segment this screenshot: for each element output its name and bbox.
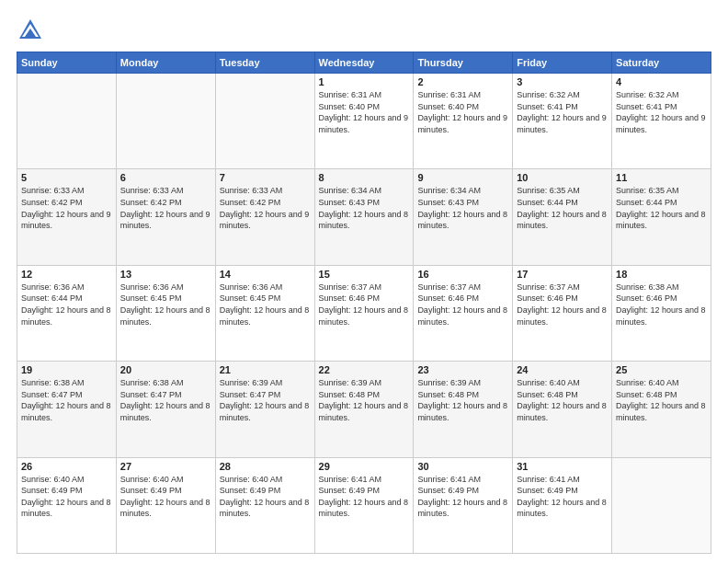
- day-info: Sunrise: 6:41 AM Sunset: 6:49 PM Dayligh…: [417, 474, 508, 520]
- day-number: 24: [517, 364, 608, 375]
- day-number: 1: [319, 76, 410, 87]
- day-number: 12: [21, 269, 112, 280]
- calendar-cell: 22Sunrise: 6:39 AM Sunset: 6:48 PM Dayli…: [314, 362, 414, 457]
- day-number: 29: [319, 461, 410, 472]
- day-number: 16: [417, 269, 508, 280]
- calendar-cell: 17Sunrise: 6:37 AM Sunset: 6:46 PM Dayli…: [513, 265, 612, 361]
- calendar-cell: 9Sunrise: 6:34 AM Sunset: 6:43 PM Daylig…: [414, 169, 513, 265]
- day-info: Sunrise: 6:40 AM Sunset: 6:49 PM Dayligh…: [220, 474, 311, 520]
- calendar-cell: 8Sunrise: 6:34 AM Sunset: 6:43 PM Daylig…: [314, 169, 414, 265]
- calendar-cell: 4Sunrise: 6:32 AM Sunset: 6:41 PM Daylig…: [612, 74, 711, 169]
- day-number: 25: [616, 364, 707, 375]
- day-number: 20: [120, 364, 211, 375]
- calendar-cell: 23Sunrise: 6:39 AM Sunset: 6:48 PM Dayli…: [414, 362, 513, 457]
- calendar-week-row: 5Sunrise: 6:33 AM Sunset: 6:42 PM Daylig…: [17, 169, 711, 265]
- calendar-cell: 1Sunrise: 6:31 AM Sunset: 6:40 PM Daylig…: [314, 74, 414, 169]
- day-header-thursday: Thursday: [414, 52, 513, 74]
- day-info: Sunrise: 6:40 AM Sunset: 6:48 PM Dayligh…: [517, 377, 608, 423]
- day-info: Sunrise: 6:36 AM Sunset: 6:45 PM Dayligh…: [220, 282, 311, 327]
- day-info: Sunrise: 6:33 AM Sunset: 6:42 PM Dayligh…: [120, 185, 211, 231]
- calendar-cell: 2Sunrise: 6:31 AM Sunset: 6:40 PM Daylig…: [414, 74, 513, 169]
- day-number: 28: [220, 461, 311, 472]
- calendar-cell: 5Sunrise: 6:33 AM Sunset: 6:42 PM Daylig…: [17, 169, 117, 265]
- day-number: 5: [21, 172, 112, 183]
- day-info: Sunrise: 6:38 AM Sunset: 6:47 PM Dayligh…: [21, 377, 112, 423]
- day-header-monday: Monday: [116, 52, 215, 74]
- day-info: Sunrise: 6:34 AM Sunset: 6:43 PM Dayligh…: [417, 185, 508, 231]
- calendar-table: SundayMondayTuesdayWednesdayThursdayFrid…: [17, 52, 711, 554]
- day-number: 7: [220, 172, 311, 183]
- day-info: Sunrise: 6:32 AM Sunset: 6:41 PM Dayligh…: [616, 89, 707, 135]
- calendar-cell: 18Sunrise: 6:38 AM Sunset: 6:46 PM Dayli…: [612, 265, 711, 361]
- calendar-cell: 11Sunrise: 6:35 AM Sunset: 6:44 PM Dayli…: [612, 169, 711, 265]
- day-info: Sunrise: 6:39 AM Sunset: 6:47 PM Dayligh…: [220, 377, 311, 423]
- day-number: 30: [417, 461, 508, 472]
- day-info: Sunrise: 6:33 AM Sunset: 6:42 PM Dayligh…: [220, 185, 311, 231]
- day-header-tuesday: Tuesday: [215, 52, 314, 74]
- calendar-cell: [17, 74, 117, 169]
- calendar-cell: 19Sunrise: 6:38 AM Sunset: 6:47 PM Dayli…: [17, 362, 117, 457]
- day-number: 17: [517, 269, 608, 280]
- day-info: Sunrise: 6:39 AM Sunset: 6:48 PM Dayligh…: [319, 377, 410, 423]
- day-number: 8: [319, 172, 410, 183]
- calendar-cell: 25Sunrise: 6:40 AM Sunset: 6:48 PM Dayli…: [612, 362, 711, 457]
- calendar-week-row: 1Sunrise: 6:31 AM Sunset: 6:40 PM Daylig…: [17, 74, 711, 169]
- day-info: Sunrise: 6:31 AM Sunset: 6:40 PM Dayligh…: [319, 89, 410, 135]
- calendar-cell: [612, 457, 711, 553]
- day-info: Sunrise: 6:35 AM Sunset: 6:44 PM Dayligh…: [616, 185, 707, 231]
- day-info: Sunrise: 6:40 AM Sunset: 6:49 PM Dayligh…: [120, 474, 211, 520]
- day-info: Sunrise: 6:34 AM Sunset: 6:43 PM Dayligh…: [319, 185, 410, 231]
- calendar-cell: 21Sunrise: 6:39 AM Sunset: 6:47 PM Dayli…: [215, 362, 314, 457]
- calendar-cell: 26Sunrise: 6:40 AM Sunset: 6:49 PM Dayli…: [17, 457, 117, 553]
- calendar-cell: 16Sunrise: 6:37 AM Sunset: 6:46 PM Dayli…: [414, 265, 513, 361]
- calendar-cell: [215, 74, 314, 169]
- day-number: 9: [417, 172, 508, 183]
- page: SundayMondayTuesdayWednesdayThursdayFrid…: [0, 0, 728, 563]
- day-number: 3: [517, 76, 608, 87]
- calendar-cell: 15Sunrise: 6:37 AM Sunset: 6:46 PM Dayli…: [314, 265, 414, 361]
- calendar-cell: 3Sunrise: 6:32 AM Sunset: 6:41 PM Daylig…: [513, 74, 612, 169]
- day-info: Sunrise: 6:38 AM Sunset: 6:46 PM Dayligh…: [616, 282, 707, 327]
- logo-icon: [17, 17, 44, 44]
- calendar-cell: 10Sunrise: 6:35 AM Sunset: 6:44 PM Dayli…: [513, 169, 612, 265]
- day-info: Sunrise: 6:33 AM Sunset: 6:42 PM Dayligh…: [21, 185, 112, 231]
- calendar-cell: 14Sunrise: 6:36 AM Sunset: 6:45 PM Dayli…: [215, 265, 314, 361]
- day-number: 10: [517, 172, 608, 183]
- calendar-cell: 31Sunrise: 6:41 AM Sunset: 6:49 PM Dayli…: [513, 457, 612, 553]
- day-number: 21: [220, 364, 311, 375]
- day-info: Sunrise: 6:31 AM Sunset: 6:40 PM Dayligh…: [417, 89, 508, 135]
- day-number: 11: [616, 172, 707, 183]
- day-header-wednesday: Wednesday: [314, 52, 414, 74]
- day-number: 6: [120, 172, 211, 183]
- calendar-cell: 27Sunrise: 6:40 AM Sunset: 6:49 PM Dayli…: [116, 457, 215, 553]
- day-info: Sunrise: 6:41 AM Sunset: 6:49 PM Dayligh…: [319, 474, 410, 520]
- day-number: 13: [120, 269, 211, 280]
- calendar-cell: 30Sunrise: 6:41 AM Sunset: 6:49 PM Dayli…: [414, 457, 513, 553]
- day-info: Sunrise: 6:37 AM Sunset: 6:46 PM Dayligh…: [319, 282, 410, 327]
- calendar-week-row: 19Sunrise: 6:38 AM Sunset: 6:47 PM Dayli…: [17, 362, 711, 457]
- calendar-week-row: 12Sunrise: 6:36 AM Sunset: 6:44 PM Dayli…: [17, 265, 711, 361]
- day-number: 2: [417, 76, 508, 87]
- day-info: Sunrise: 6:35 AM Sunset: 6:44 PM Dayligh…: [517, 185, 608, 231]
- day-info: Sunrise: 6:40 AM Sunset: 6:48 PM Dayligh…: [616, 377, 707, 423]
- header: [17, 17, 711, 44]
- calendar-cell: 24Sunrise: 6:40 AM Sunset: 6:48 PM Dayli…: [513, 362, 612, 457]
- calendar-cell: 7Sunrise: 6:33 AM Sunset: 6:42 PM Daylig…: [215, 169, 314, 265]
- day-number: 14: [220, 269, 311, 280]
- day-number: 27: [120, 461, 211, 472]
- calendar-week-row: 26Sunrise: 6:40 AM Sunset: 6:49 PM Dayli…: [17, 457, 711, 553]
- calendar-cell: 28Sunrise: 6:40 AM Sunset: 6:49 PM Dayli…: [215, 457, 314, 553]
- calendar-cell: [116, 74, 215, 169]
- day-info: Sunrise: 6:37 AM Sunset: 6:46 PM Dayligh…: [417, 282, 508, 327]
- day-info: Sunrise: 6:40 AM Sunset: 6:49 PM Dayligh…: [21, 474, 112, 520]
- calendar-cell: 20Sunrise: 6:38 AM Sunset: 6:47 PM Dayli…: [116, 362, 215, 457]
- calendar-cell: 29Sunrise: 6:41 AM Sunset: 6:49 PM Dayli…: [314, 457, 414, 553]
- day-info: Sunrise: 6:36 AM Sunset: 6:44 PM Dayligh…: [21, 282, 112, 327]
- day-header-saturday: Saturday: [612, 52, 711, 74]
- day-header-sunday: Sunday: [17, 52, 117, 74]
- day-number: 23: [417, 364, 508, 375]
- day-info: Sunrise: 6:38 AM Sunset: 6:47 PM Dayligh…: [120, 377, 211, 423]
- day-info: Sunrise: 6:41 AM Sunset: 6:49 PM Dayligh…: [517, 474, 608, 520]
- day-info: Sunrise: 6:39 AM Sunset: 6:48 PM Dayligh…: [417, 377, 508, 423]
- day-header-friday: Friday: [513, 52, 612, 74]
